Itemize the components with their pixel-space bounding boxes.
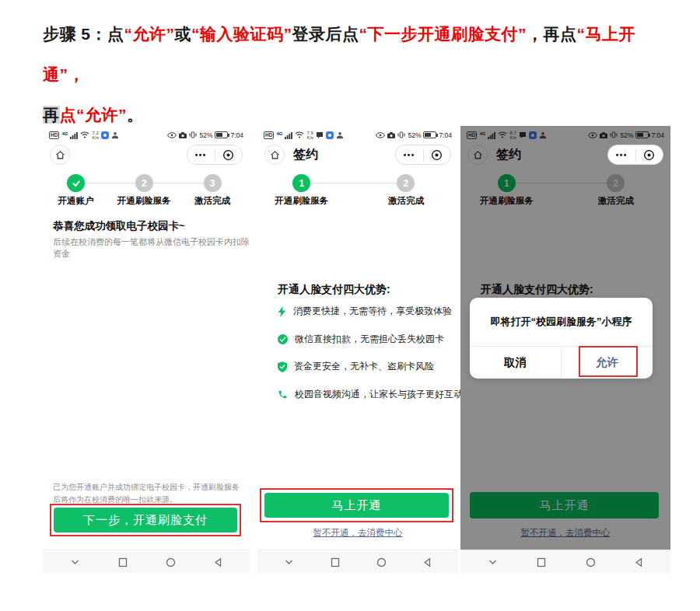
eye-icon [376,132,385,138]
home-icon [55,150,65,160]
step-label: 激活完成 [170,195,255,207]
wifi-icon [80,131,89,138]
annotation-box-activate: 马上开通 [260,488,453,522]
user-icon [336,131,344,139]
screenshot-phone-3: HD 4G 8.7K/s 52% 7:04 签约 ••• [460,126,670,574]
benefit-item: 资金更安全，无补卡、盗刷卡风险 [278,360,434,373]
tutorial-page: 步骤 5：点“允许”或“输入验证码”登录后点“下一步开通刷脸支付”，再点“马上开… [0,0,700,611]
battery-percent: 52% [408,131,421,139]
user-icon [111,131,119,139]
speed-unit: K/s [306,135,313,140]
cancel-button[interactable]: 取消 [470,347,562,379]
step-label: 开通刷脸服务 [259,195,345,207]
activate-now-button[interactable]: 马上开通 [264,493,449,518]
chat-bubble-icon [316,131,324,139]
benefit-item: 校园音视频沟通，让家长与孩子更好互动 [278,388,463,401]
signal-icon [70,131,78,139]
android-nav-bar [257,550,458,574]
instruction-text: 或 [175,25,192,43]
home-icon [270,150,280,160]
android-nav-bar [43,550,250,574]
clock-time: 7:04 [230,131,243,139]
instruction-text: 登录后点 [292,25,359,43]
status-bar: HD 4G 7.2K/s 52% 7:04 [43,126,250,141]
step-number: 1 [292,174,310,192]
step-label: 激活完成 [363,195,449,207]
benefit-item: 微信直接扣款，无需担心丢失校园卡 [278,333,444,346]
check-circle-icon [278,334,288,344]
success-subline: 后续在校消费的每一笔都将从微信电子校园卡内扣除资金 [53,236,250,260]
skip-link[interactable]: 暂不开通，去消费中心 [257,527,458,539]
miniprogram-capsule: ••• [187,145,243,165]
success-headline: 恭喜您成功领取电子校园卡~ [53,219,185,233]
benefit-text: 校园音视频沟通，让家长与孩子更好互动 [295,388,463,401]
target-icon [643,149,655,161]
phone-call-icon [278,389,288,400]
app-notification-icon [326,131,334,139]
benefit-text: 消费更快捷，无需等待，享受极致体验 [293,305,452,318]
chevron-down-icon[interactable] [488,558,498,566]
annotation-box-allow [579,346,638,377]
hd-icon: HD [49,131,59,139]
chevron-down-icon[interactable] [284,558,294,566]
wifi-icon [295,131,304,138]
back-triangle-icon[interactable] [214,557,222,567]
app-bar: 签约 ••• [257,141,458,168]
battery-icon [215,131,228,138]
step-2: 2 激活完成 [363,174,449,207]
vibrate-icon [397,131,405,138]
status-bar: HD 4G 7.9K/s 52% 7:04 [257,126,458,141]
step-number: 3 [204,174,222,192]
home-button[interactable] [264,145,285,165]
home-button[interactable] [50,145,70,165]
clock-time: 7:04 [439,131,452,139]
instruction-text-highlighted-bg: 再 [43,106,60,124]
instruction-line-1: 步骤 5：点“允许”或“输入验证码”登录后点“下一步开通刷脸支付”，再点“马上开… [43,14,674,95]
network-speed: 7.2K/s [92,131,99,140]
network-type-label: 4G [276,131,282,136]
speed-unit: K/s [92,135,99,140]
app-bar: ••• [43,141,250,168]
miniprogram-capsule: ••• [607,145,663,165]
recents-square-icon[interactable] [537,557,546,567]
back-triangle-icon[interactable] [635,557,643,567]
home-circle-icon[interactable] [586,557,596,567]
hd-icon: HD [264,131,274,139]
close-button[interactable] [424,149,451,161]
close-button[interactable] [636,149,663,161]
screenshot-phone-1: HD 4G 7.2K/s 52% 7:04 ••• [43,126,250,574]
next-step-button[interactable]: 下一步，开通刷脸支付 [54,508,237,532]
camera-icon [179,132,187,138]
recents-square-icon[interactable] [118,557,128,567]
instruction-text: ，再点 [527,25,577,43]
more-button[interactable]: ••• [608,151,635,159]
vibrate-icon [189,131,197,138]
android-nav-bar [460,550,670,574]
back-triangle-icon[interactable] [423,557,432,567]
more-button[interactable]: ••• [396,151,423,159]
step-1-active: 1 开通刷脸服务 [259,174,345,207]
open-miniprogram-dialog: 即将打开“校园刷脸服务”小程序 取消 允许 [470,298,653,379]
close-button[interactable] [215,149,243,161]
network-speed: 7.9K/s [306,131,313,140]
home-circle-icon[interactable] [166,557,176,567]
instruction-text: 步骤 5：点 [43,25,124,43]
recents-square-icon[interactable] [331,557,340,567]
more-button[interactable]: ••• [187,151,215,159]
shield-check-icon [278,361,287,372]
benefits-title: 开通人脸支付四大优势: [278,283,390,297]
target-icon [222,149,234,161]
target-icon [431,149,443,161]
app-notification-icon [101,131,109,139]
eye-icon [167,132,177,138]
home-circle-icon[interactable] [376,557,387,567]
progress-stepper: 1 开通刷脸服务 2 激活完成 [257,173,458,218]
instruction-highlight: 点“允许” [60,106,128,124]
battery-icon [423,131,436,138]
instruction-highlight: “允许” [124,25,175,43]
battery-percent: 52% [199,131,212,139]
annotation-box-next-step: 下一步，开通刷脸支付 [50,504,241,536]
chevron-down-icon[interactable] [70,558,80,566]
miniprogram-capsule: ••• [395,145,451,165]
step-number: 2 [135,174,153,192]
